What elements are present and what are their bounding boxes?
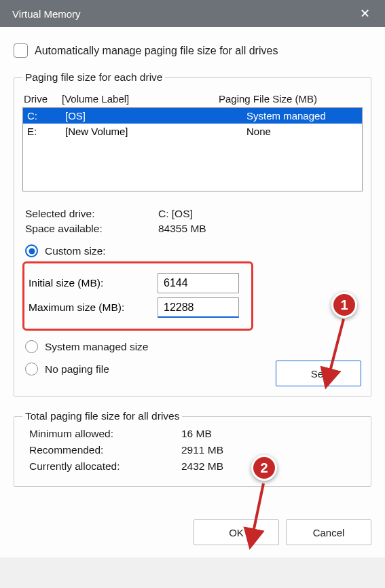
titlebar: Virtual Memory ✕ (0, 0, 385, 27)
radio-custom[interactable] (25, 244, 38, 257)
total-paging-legend: Total paging file size for all drives (22, 410, 182, 422)
auto-manage-checkbox[interactable] (14, 43, 28, 58)
cell-volume: [OS] (65, 110, 222, 122)
radio-custom-label: Custom size: (45, 245, 106, 257)
auto-manage-label: Automatically manage paging file size fo… (35, 45, 278, 57)
drive-row[interactable]: C: [OS] System managed (23, 108, 362, 124)
set-button[interactable]: Set (276, 361, 361, 386)
header-volume: [Volume Label] (62, 93, 219, 105)
ok-button[interactable]: OK (194, 519, 279, 545)
close-icon[interactable]: ✕ (354, 3, 375, 24)
minimum-value: 16 MB (181, 428, 212, 440)
cell-size: None (222, 126, 358, 137)
dialog-button-row: OK Cancel (0, 511, 385, 557)
header-drive: Drive (24, 93, 62, 105)
header-size: Paging File Size (MB) (219, 93, 361, 105)
space-available-row: Space available: 84355 MB (22, 223, 363, 235)
radio-system[interactable] (25, 340, 38, 353)
space-available-label: Space available: (25, 223, 158, 235)
radio-system-row[interactable]: System managed size (25, 340, 363, 353)
maximum-size-row: Maximum size (MB): (29, 297, 244, 318)
highlight-box: Initial size (MB): Maximum size (MB): (22, 261, 253, 331)
space-available-value: 84355 MB (158, 223, 206, 235)
callout-one-icon: 1 (331, 292, 357, 318)
drive-list[interactable]: C: [OS] System managed E: [New Volume] N… (22, 107, 363, 191)
paging-per-drive-legend: Paging file size for each drive (22, 71, 165, 84)
cell-drive: C: (27, 110, 65, 122)
allocated-value: 2432 MB (181, 460, 223, 473)
callout-two-icon: 2 (251, 455, 277, 481)
radio-none-label: No paging file (45, 363, 109, 375)
drive-row[interactable]: E: [New Volume] None (23, 124, 362, 139)
recommended-label: Recommended: (29, 444, 181, 456)
radio-custom-row[interactable]: Custom size: (25, 244, 363, 257)
recommended-value: 2911 MB (181, 444, 223, 456)
selected-drive-label: Selected drive: (25, 208, 158, 220)
maximum-size-label: Maximum size (MB): (29, 301, 151, 314)
radio-system-label: System managed size (45, 341, 149, 353)
allocated-label: Currently allocated: (29, 460, 181, 473)
total-paging-info: Minimum allowed: 16 MB Recommended: 2911… (22, 428, 363, 473)
cell-drive: E: (27, 126, 65, 137)
maximum-size-input[interactable] (158, 297, 239, 318)
cancel-button[interactable]: Cancel (286, 519, 371, 545)
initial-size-input[interactable] (158, 273, 239, 293)
recommended-row: Recommended: 2911 MB (26, 444, 363, 456)
radio-none[interactable] (25, 363, 38, 375)
window-title: Virtual Memory (12, 8, 81, 20)
auto-manage-row: Automatically manage paging file size fo… (14, 43, 371, 58)
selected-drive-value: C: [OS] (158, 208, 193, 220)
initial-size-row: Initial size (MB): (29, 273, 244, 293)
dialog-content: Automatically manage paging file size fo… (0, 27, 385, 511)
paging-per-drive-group: Paging file size for each drive Drive [V… (14, 71, 371, 397)
minimum-label: Minimum allowed: (29, 428, 181, 440)
minimum-row: Minimum allowed: 16 MB (26, 428, 363, 440)
selected-drive-row: Selected drive: C: [OS] (22, 208, 363, 220)
drive-list-header: Drive [Volume Label] Paging File Size (M… (22, 89, 363, 107)
initial-size-label: Initial size (MB): (29, 277, 151, 289)
cell-volume: [New Volume] (65, 126, 222, 137)
allocated-row: Currently allocated: 2432 MB (26, 460, 363, 473)
total-paging-group: Total paging file size for all drives Mi… (14, 410, 371, 487)
cell-size: System managed (222, 110, 358, 122)
